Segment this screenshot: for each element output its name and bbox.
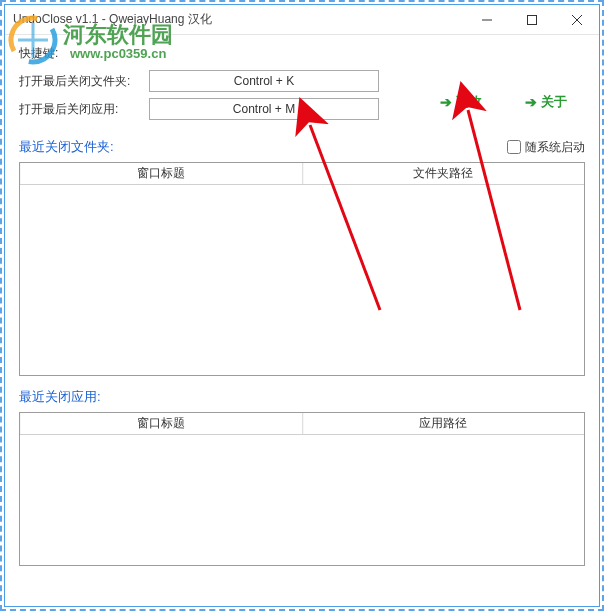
- maximize-button[interactable]: [509, 5, 554, 34]
- minimize-button[interactable]: [464, 5, 509, 34]
- folders-col-path[interactable]: 文件夹路径: [303, 163, 585, 184]
- window-title: UndoClose v1.1 - QwejayHuang 汉化: [13, 11, 212, 28]
- folders-col-title[interactable]: 窗口标题: [20, 163, 303, 184]
- autostart-checkbox-wrap[interactable]: 随系统启动: [507, 139, 585, 156]
- about-button[interactable]: ➔ 关于: [525, 93, 567, 111]
- hotkey-row-folder: 打开最后关闭文件夹:: [19, 70, 585, 92]
- titlebar: UndoClose v1.1 - QwejayHuang 汉化: [5, 5, 599, 35]
- folders-table-body[interactable]: [20, 185, 584, 375]
- folders-section-title: 最近关闭文件夹:: [19, 138, 114, 156]
- client-area: 快捷键: 打开最后关闭文件夹: 打开最后关闭应用: ➔ 更改 ➔ 关于 最近关闭…: [5, 35, 599, 606]
- open-last-folder-input[interactable]: [149, 70, 379, 92]
- apps-table-body[interactable]: [20, 435, 584, 565]
- autostart-label: 随系统启动: [525, 139, 585, 156]
- arrow-right-icon: ➔: [440, 94, 452, 110]
- about-button-label: 关于: [541, 93, 567, 111]
- minimize-icon: [482, 15, 492, 25]
- open-last-folder-label: 打开最后关闭文件夹:: [19, 73, 149, 90]
- apps-col-path[interactable]: 应用路径: [303, 413, 585, 434]
- maximize-icon: [527, 15, 537, 25]
- hotkey-section-label: 快捷键:: [19, 45, 585, 62]
- hotkey-row-app: 打开最后关闭应用:: [19, 98, 585, 120]
- apps-col-title[interactable]: 窗口标题: [20, 413, 303, 434]
- svg-rect-1: [527, 15, 536, 24]
- open-last-app-label: 打开最后关闭应用:: [19, 101, 149, 118]
- window-controls: [464, 5, 599, 34]
- change-button-label: 更改: [456, 93, 482, 111]
- change-button[interactable]: ➔ 更改: [440, 93, 482, 111]
- autostart-checkbox[interactable]: [507, 140, 521, 154]
- close-icon: [572, 15, 582, 25]
- app-window: UndoClose v1.1 - QwejayHuang 汉化 快捷键: 打开最…: [4, 4, 600, 607]
- open-last-app-input[interactable]: [149, 98, 379, 120]
- apps-table[interactable]: 窗口标题 应用路径: [19, 412, 585, 566]
- folders-table[interactable]: 窗口标题 文件夹路径: [19, 162, 585, 376]
- close-button[interactable]: [554, 5, 599, 34]
- apps-section-title: 最近关闭应用:: [19, 388, 585, 406]
- folders-table-head: 窗口标题 文件夹路径: [20, 163, 584, 185]
- apps-table-head: 窗口标题 应用路径: [20, 413, 584, 435]
- folders-header-row: 最近关闭文件夹: 随系统启动: [19, 138, 585, 156]
- arrow-right-icon: ➔: [525, 94, 537, 110]
